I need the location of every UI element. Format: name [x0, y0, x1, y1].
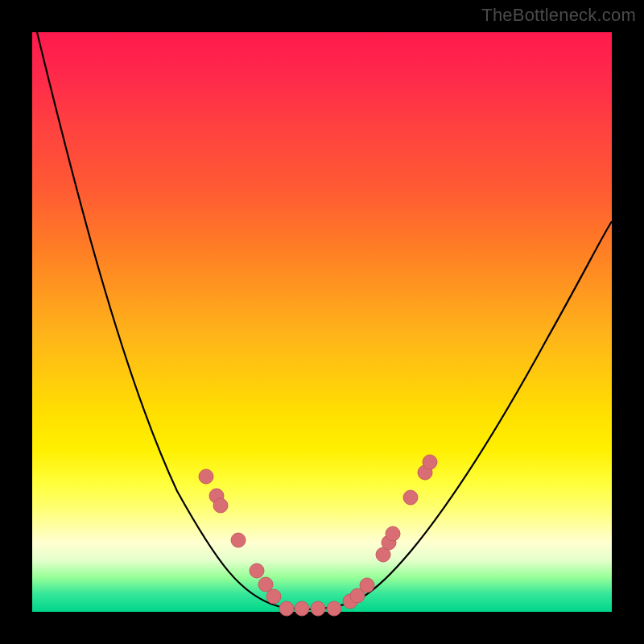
curve-marker — [423, 455, 437, 469]
curve-marker — [360, 578, 374, 592]
curve-marker — [250, 564, 264, 578]
curve-marker — [213, 498, 228, 513]
curve-marker — [327, 601, 341, 616]
watermark-text: TheBottleneck.com — [481, 5, 636, 26]
curve-marker — [295, 601, 309, 616]
chart-svg — [32, 32, 612, 612]
curve-marker — [199, 469, 213, 484]
curve-marker — [231, 533, 246, 547]
curve-marker — [279, 601, 294, 616]
curve-marker — [266, 589, 281, 604]
plot-area — [32, 32, 612, 612]
bottleneck-curve — [37, 32, 612, 609]
curve-marker — [403, 490, 418, 505]
curve-marker — [386, 526, 400, 541]
curve-marker — [311, 601, 325, 616]
chart-frame: TheBottleneck.com — [0, 0, 644, 644]
marker-group — [199, 455, 437, 616]
